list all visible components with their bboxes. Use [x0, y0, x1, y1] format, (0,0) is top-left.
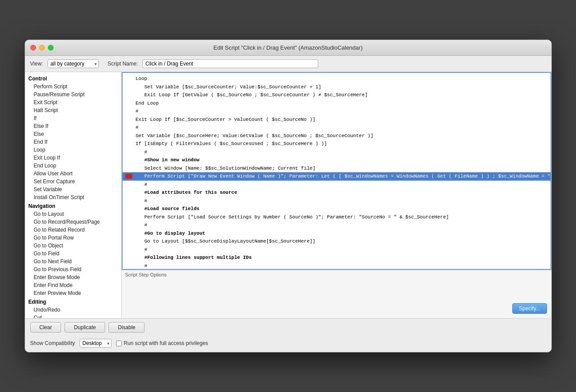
- sidebar-category-navigation: Navigation: [25, 201, 121, 210]
- bottom-bar: Clear Duplicate Disable: [25, 318, 551, 336]
- sidebar-item-go-to-layout[interactable]: Go to Layout: [25, 210, 121, 218]
- minimize-button[interactable]: [39, 45, 45, 51]
- sidebar-item-set-variable[interactable]: Set Variable: [25, 185, 121, 193]
- script-line[interactable]: End Loop: [123, 99, 551, 108]
- script-line[interactable]: Loop: [123, 75, 551, 83]
- script-line[interactable]: Perform Script ["Load Source Settings by…: [123, 213, 551, 221]
- disable-button[interactable]: Disable: [109, 322, 145, 333]
- script-line[interactable]: Set Variable [$sc_SourceCounter; Value:$…: [123, 83, 551, 91]
- script-line[interactable]: #: [123, 181, 551, 189]
- run-script-checkbox[interactable]: [116, 341, 122, 346]
- script-line[interactable]: #: [123, 262, 551, 270]
- sidebar-item-go-to-next-field[interactable]: Go to Next Field: [25, 258, 121, 265]
- script-line[interactable]: #Following lines support multiple IDs: [123, 254, 551, 262]
- script-name-label: Script Name:: [108, 61, 138, 67]
- sidebar-item-go-to-related[interactable]: Go to Related Record: [25, 226, 121, 234]
- desktop-select-wrapper[interactable]: Desktop Mobile All: [80, 339, 112, 348]
- script-line[interactable]: #: [123, 246, 551, 254]
- script-line[interactable]: #: [123, 197, 551, 205]
- script-step-options: Script Step Options Specify...: [122, 270, 551, 318]
- script-line[interactable]: #: [123, 107, 551, 116]
- script-line[interactable]: #Go to display layout: [123, 229, 551, 238]
- script-line[interactable]: Exit Loop If [GetValue ( $sc_SourceNo ; …: [123, 91, 551, 99]
- sidebar-item-end-loop[interactable]: End Loop: [25, 162, 121, 170]
- main-window: Edit Script "Click in / Drag Event" (Ama…: [25, 40, 552, 352]
- sidebar-item-go-to-field[interactable]: Go to Field: [25, 250, 121, 258]
- script-line[interactable]: #Load source fields: [123, 205, 551, 213]
- script-line[interactable]: #: [123, 123, 551, 132]
- run-script-text: Run script with full access privileges: [124, 340, 208, 346]
- sidebar: Control Perform Script Pause/Resume Scri…: [25, 72, 122, 318]
- sidebar-item-undo-redo[interactable]: Undo/Redo: [25, 306, 121, 314]
- view-select[interactable]: all by category all alphabetically: [47, 59, 99, 68]
- main-content: Control Perform Script Pause/Resume Scri…: [25, 72, 551, 318]
- script-line[interactable]: #Load attributes for this source: [123, 189, 551, 197]
- script-line[interactable]: #: [123, 221, 551, 229]
- close-button[interactable]: [30, 45, 36, 51]
- script-line[interactable]: #: [123, 148, 551, 156]
- sidebar-item-end-if[interactable]: End If: [25, 138, 121, 146]
- script-name-input[interactable]: [142, 59, 318, 68]
- sidebar-item-enter-preview[interactable]: Enter Preview Mode: [25, 289, 121, 297]
- sidebar-category-editing: Editing: [25, 297, 121, 306]
- compat-bar: Show Compatibility Desktop Mobile All Ru…: [25, 336, 551, 352]
- script-line[interactable]: If [IsEmpty ( FilterValues ( $sc_Sources…: [123, 140, 551, 148]
- sidebar-item-cut[interactable]: Cut: [25, 314, 121, 318]
- toolbar: View: all by category all alphabetically…: [25, 56, 551, 72]
- duplicate-button[interactable]: Duplicate: [65, 322, 105, 333]
- sidebar-item-go-to-portal-row[interactable]: Go to Portal Row: [25, 234, 121, 242]
- script-line-highlighted[interactable]: Perform Script ["Draw New Event Window (…: [123, 172, 551, 181]
- sidebar-item-halt-script[interactable]: Halt Script: [25, 106, 121, 114]
- sidebar-item-go-to-object[interactable]: Go to Object: [25, 242, 121, 250]
- view-select-wrapper[interactable]: all by category all alphabetically: [47, 59, 99, 68]
- show-compat-label: Show Compatibility: [30, 340, 75, 346]
- script-line[interactable]: #Show in new window: [123, 156, 551, 164]
- sidebar-item-exit-loop-if[interactable]: Exit Loop If: [25, 154, 121, 162]
- sidebar-item-set-error-capture[interactable]: Set Error Capture: [25, 178, 121, 185]
- window-title: Edit Script "Click in / Drag Event" (Ama…: [214, 44, 362, 51]
- desktop-select[interactable]: Desktop Mobile All: [80, 339, 112, 348]
- step-options-label: Script Step Options: [125, 272, 548, 277]
- titlebar: Edit Script "Click in / Drag Event" (Ama…: [25, 40, 551, 56]
- maximize-button[interactable]: [48, 45, 54, 51]
- run-script-label[interactable]: Run script with full access privileges: [116, 340, 208, 346]
- sidebar-item-allow-user-abort[interactable]: Allow User Abort: [25, 170, 121, 178]
- sidebar-item-else[interactable]: Else: [25, 130, 121, 138]
- sidebar-item-install-ontimer[interactable]: Install OnTimer Script: [25, 193, 121, 201]
- script-line[interactable]: Select Window [Name: $$sc_SolutionWindow…: [123, 164, 551, 173]
- sidebar-item-pause-resume[interactable]: Pause/Resume Script: [25, 91, 121, 98]
- script-line[interactable]: Go to Layout [$$sc_SourceDisplayLayoutNa…: [123, 237, 551, 246]
- sidebar-item-loop[interactable]: Loop: [25, 146, 121, 154]
- sidebar-item-exit-script[interactable]: Exit Script: [25, 98, 121, 106]
- specify-button[interactable]: Specify...: [512, 303, 547, 314]
- script-editor: Loop Set Variable [$sc_SourceCounter; Va…: [122, 72, 551, 318]
- sidebar-item-else-if[interactable]: Else If: [25, 122, 121, 130]
- traffic-lights: [30, 45, 54, 51]
- sidebar-item-enter-browse[interactable]: Enter Browse Mode: [25, 273, 121, 281]
- sidebar-item-go-to-prev-field[interactable]: Go to Previous Field: [25, 265, 121, 273]
- sidebar-item-if[interactable]: If: [25, 114, 121, 122]
- script-lines-area[interactable]: Loop Set Variable [$sc_SourceCounter; Va…: [122, 72, 551, 270]
- view-label: View:: [30, 61, 43, 67]
- script-line[interactable]: Set Variable [$sc_SourceHere; Value:GetV…: [123, 132, 551, 140]
- sidebar-item-perform-script[interactable]: Perform Script: [25, 83, 121, 91]
- script-line[interactable]: Exit Loop If [$sc_SourceCounter > ValueC…: [123, 116, 551, 124]
- sidebar-item-enter-find[interactable]: Enter Find Mode: [25, 281, 121, 289]
- clear-button[interactable]: Clear: [30, 322, 62, 333]
- sidebar-item-go-to-record[interactable]: Go to Record/Request/Page: [25, 218, 121, 226]
- sidebar-category-control: Control: [25, 74, 121, 83]
